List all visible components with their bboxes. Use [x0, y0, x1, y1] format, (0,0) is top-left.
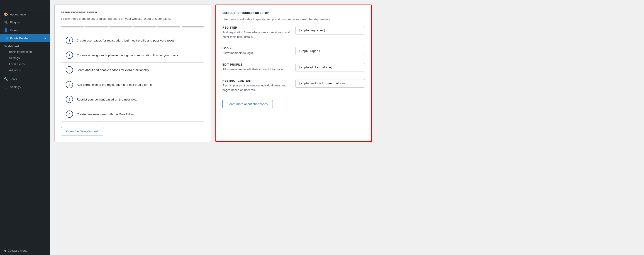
sidebar-nav-item-tools[interactable]: 🔧 Tools [0, 75, 50, 83]
progress-segment-3 [109, 26, 132, 28]
dashboard-label: Dashboard [0, 42, 50, 49]
shortcode-info-restrict-content: RESTRICT CONTENT Restrict pieces of cont… [222, 79, 292, 94]
sidebar-nav-item-appearance[interactable]: 🎨 Appearance [0, 10, 50, 18]
collapse-menu[interactable]: ◀ Collapse menu [0, 246, 50, 255]
shortcode-label-register: REGISTER [222, 26, 292, 29]
sidebar-submenu-item-basic-info[interactable]: Basic Information [0, 49, 50, 55]
sidebar-submenu-item-add-ons[interactable]: Add-Ons [0, 67, 50, 73]
shortcode-info-register: REGISTER Add registration forms where us… [222, 26, 292, 41]
appearance-icon: 🎨 [4, 12, 8, 16]
shortcode-input-wrapper-register [296, 26, 365, 34]
shortcode-desc-restrict-content: Restrict pieces of content on individual… [222, 83, 292, 92]
step-item-6: 6 Create new user roles with the Role Ed… [61, 107, 204, 121]
step-label-1: Create user pages for registration, logi… [77, 39, 174, 42]
step-number-4: 4 [66, 81, 73, 88]
sidebar-submenu-item-settings[interactable]: Settings [0, 55, 50, 61]
tools-label: Tools [10, 77, 17, 81]
open-wizard-button[interactable]: Open the Setup Wizard [61, 127, 103, 136]
plugins-label: Plugins [10, 21, 20, 24]
sidebar-nav-item-profile-builder[interactable]: 👥 Profile Builder ◀ [0, 34, 50, 42]
setup-description: Follow these steps to start registering … [61, 16, 204, 21]
progress-segment-2 [85, 26, 108, 28]
steps-list: 1 Create user pages for registration, lo… [61, 33, 204, 122]
content-grid: SETUP PROGRESS REVIEW Follow these steps… [54, 4, 372, 142]
shortcodes-card: USEFUL SHORTCODES FOR SETUP Use these sh… [216, 4, 372, 142]
step-label-6: Create new user roles with the Role Edit… [77, 112, 135, 116]
step-item-4: 4 Add extra fields to the registration a… [61, 77, 204, 92]
users-label: Users [10, 28, 18, 32]
sidebar-nav-item-settings-main[interactable]: ⊞ Settings [0, 83, 50, 91]
progress-segment-4 [133, 26, 156, 28]
users-icon: 👤 [4, 28, 8, 32]
shortcode-section-restrict-content: RESTRICT CONTENT Restrict pieces of cont… [222, 79, 365, 94]
progress-segment-6 [182, 26, 204, 28]
shortcode-info-edit-profile: EDIT PROFILE Allow members to edit their… [222, 63, 292, 74]
shortcode-input-restrict-content[interactable] [296, 79, 365, 88]
progress-bar [61, 26, 204, 28]
step-number-2: 2 [66, 52, 73, 59]
step-item-5: 5 Restrict your content based on the use… [61, 92, 204, 107]
sidebar-nav-item-plugins[interactable]: 🔌 Plugins [0, 18, 50, 26]
active-arrow: ◀ [44, 37, 46, 40]
progress-segment-1 [61, 26, 84, 28]
shortcode-label-edit-profile: EDIT PROFILE [222, 63, 292, 66]
learn-more-shortcodes-button[interactable]: Learn more about shortcodes [222, 100, 273, 108]
sidebar-header [0, 0, 50, 10]
step-number-3: 3 [66, 66, 73, 74]
step-number-6: 6 [66, 110, 73, 118]
step-item-2: 2 Choose a design and optimize the login… [61, 48, 204, 62]
shortcode-label-login: LOGIN [222, 47, 292, 50]
step-label-5: Restrict your content based on the user … [77, 98, 137, 101]
sidebar-submenu-item-form-fields[interactable]: Form Fields [0, 61, 50, 67]
shortcode-section-edit-profile: EDIT PROFILE Allow members to edit their… [222, 63, 365, 74]
tools-icon: 🔧 [4, 77, 8, 81]
tools-section: 🔧 Tools ⊞ Settings [0, 75, 50, 91]
sidebar-nav-item-users[interactable]: 👤 Users [0, 26, 50, 34]
step-number-5: 5 [66, 96, 73, 103]
settings-label: Settings [10, 85, 21, 89]
shortcode-input-wrapper-restrict-content [296, 79, 365, 88]
step-item-1: 1 Create user pages for registration, lo… [61, 33, 204, 48]
plugins-icon: 🔌 [4, 20, 8, 24]
step-number-1: 1 [66, 37, 73, 44]
step-label-4: Add extra fields to the registration and… [77, 83, 152, 86]
shortcode-desc-register: Add registration forms where users can s… [222, 30, 292, 39]
main-content: SETUP PROGRESS REVIEW Follow these steps… [50, 0, 644, 255]
setup-section-title: SETUP PROGRESS REVIEW [61, 11, 204, 14]
collapse-icon: ◀ [4, 249, 6, 252]
settings-icon: ⊞ [4, 85, 8, 89]
collapse-label: Collapse menu [8, 249, 28, 252]
shortcode-section-register: REGISTER Add registration forms where us… [222, 26, 365, 41]
appearance-label: Appearance [10, 13, 26, 16]
step-item-3: 3 Learn about and enable addons for extr… [61, 62, 204, 77]
shortcode-section-login: LOGIN Allow members to login. [222, 47, 365, 58]
progress-segment-5 [157, 26, 180, 28]
shortcode-desc-login: Allow members to login. [222, 51, 292, 55]
shortcode-input-wrapper-login [296, 47, 365, 55]
shortcodes-section-title: USEFUL SHORTCODES FOR SETUP [222, 12, 365, 14]
shortcode-desc-edit-profile: Allow members to edit their account info… [222, 67, 292, 72]
shortcode-input-edit-profile[interactable] [296, 63, 365, 72]
shortcode-input-login[interactable] [296, 47, 365, 55]
profile-builder-icon: 👥 [4, 36, 8, 40]
shortcode-info-login: LOGIN Allow members to login. [222, 47, 292, 58]
step-label-3: Learn about and enable addons for extra … [77, 68, 150, 72]
sidebar: 🎨 Appearance 🔌 Plugins 👤 Users 👥 Profile… [0, 0, 50, 255]
shortcode-input-register[interactable] [296, 26, 365, 34]
shortcode-label-restrict-content: RESTRICT CONTENT [222, 79, 292, 82]
shortcode-input-wrapper-edit-profile [296, 63, 365, 72]
shortcodes-description: Use these shortcodes to quickly setup an… [222, 17, 365, 22]
setup-progress-card: SETUP PROGRESS REVIEW Follow these steps… [54, 4, 211, 142]
step-label-2: Choose a design and optimize the login a… [77, 54, 179, 57]
profile-builder-label: Profile Builder [10, 36, 28, 40]
shortcodes-container: REGISTER Add registration forms where us… [222, 26, 365, 94]
